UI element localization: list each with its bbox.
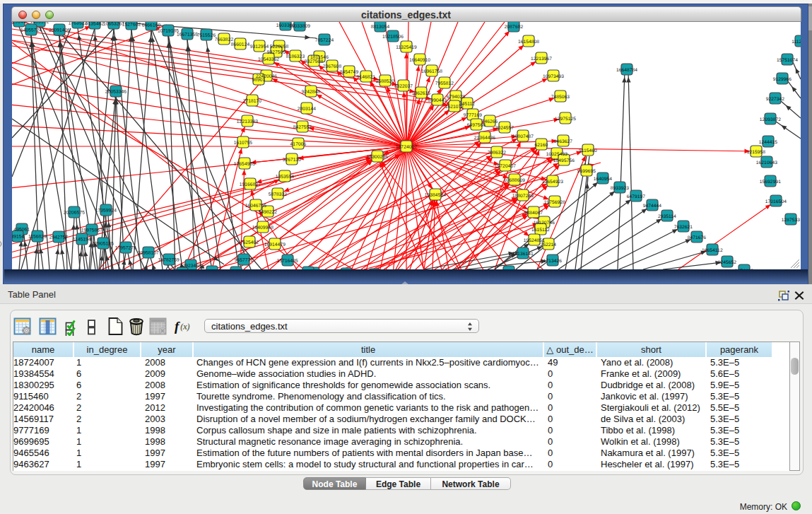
svg-text:8933923: 8933923 — [611, 185, 630, 190]
svg-text:8471676: 8471676 — [688, 235, 707, 240]
svg-text:1287533: 1287533 — [782, 217, 801, 222]
svg-text:16409948: 16409948 — [252, 225, 273, 230]
svg-text:9227342: 9227342 — [766, 96, 785, 101]
svg-text:18300295: 18300295 — [367, 154, 388, 159]
svg-text:20091406: 20091406 — [49, 28, 70, 33]
svg-text:20053346: 20053346 — [105, 89, 126, 94]
svg-text:2087682: 2087682 — [505, 24, 524, 29]
svg-text:6466160: 6466160 — [142, 23, 161, 28]
svg-text:16640910: 16640910 — [409, 57, 430, 62]
svg-text:8427552: 8427552 — [293, 124, 312, 129]
svg-text:16120746: 16120746 — [534, 220, 555, 225]
svg-text:7955812: 7955812 — [435, 81, 454, 86]
svg-text:12213967: 12213967 — [531, 56, 552, 61]
svg-text:19166827: 19166827 — [240, 182, 261, 187]
svg-text:7625402: 7625402 — [240, 240, 259, 245]
svg-text:f: f — [175, 319, 180, 334]
svg-text:19975867: 19975867 — [81, 228, 102, 233]
svg-text:7485063: 7485063 — [551, 94, 570, 99]
svg-text:17016504: 17016504 — [765, 199, 787, 204]
svg-text:12093872: 12093872 — [760, 117, 781, 122]
svg-text:21364436: 21364436 — [474, 135, 495, 140]
svg-text:8322037: 8322037 — [394, 83, 413, 88]
svg-text:7663822: 7663822 — [215, 37, 234, 42]
svg-text:9312954: 9312954 — [250, 44, 269, 49]
svg-text:7857224: 7857224 — [315, 37, 334, 42]
svg-text:16210643: 16210643 — [756, 160, 777, 165]
svg-text:19218506: 19218506 — [382, 34, 404, 39]
svg-text:1405572: 1405572 — [30, 22, 49, 24]
svg-text:15720407: 15720407 — [495, 163, 516, 168]
svg-text:16033809: 16033809 — [289, 23, 310, 28]
svg-text:9657771: 9657771 — [235, 257, 254, 262]
svg-text:11325419: 11325419 — [396, 45, 417, 49]
svg-text:17654985: 17654985 — [234, 161, 255, 166]
svg-text:6479197: 6479197 — [627, 194, 646, 199]
svg-text:2935114: 2935114 — [658, 214, 676, 218]
svg-text:1362615: 1362615 — [412, 90, 431, 95]
svg-text:9474444: 9474444 — [643, 203, 662, 208]
svg-text:98901: 98901 — [252, 77, 266, 82]
svg-text:8296442: 8296442 — [12, 22, 28, 24]
svg-text:5878332: 5878332 — [269, 192, 288, 197]
svg-text:16154808: 16154808 — [518, 39, 539, 44]
svg-text:2367608: 2367608 — [323, 64, 342, 69]
svg-text:1215958: 1215958 — [747, 149, 766, 154]
svg-text:7986322: 7986322 — [488, 150, 507, 155]
svg-text:1145194: 1145194 — [73, 237, 91, 242]
svg-text:2942757: 2942757 — [49, 235, 69, 240]
svg-text:18495756: 18495756 — [553, 158, 575, 163]
svg-text:746266: 746266 — [482, 119, 498, 124]
svg-text:14136141: 14136141 — [512, 251, 534, 256]
svg-text:12213383: 12213383 — [237, 119, 258, 124]
svg-text:7632621: 7632621 — [674, 224, 693, 229]
svg-text:18724007: 18724007 — [396, 144, 417, 149]
svg-text:1353594: 1353594 — [276, 174, 295, 179]
svg-text:(x): (x) — [180, 322, 190, 332]
svg-text:17359924: 17359924 — [95, 208, 117, 213]
svg-text:1244415: 1244415 — [759, 139, 778, 144]
svg-text:10653267: 10653267 — [103, 22, 124, 26]
svg-text:16782759: 16782759 — [158, 257, 180, 262]
svg-text:6794028: 6794028 — [447, 94, 466, 99]
svg-text:10543362: 10543362 — [258, 57, 279, 62]
svg-text:10025433: 10025433 — [546, 151, 567, 156]
svg-text:8660124: 8660124 — [231, 42, 250, 47]
svg-text:9135462: 9135462 — [86, 22, 105, 26]
svg-text:5498222: 5498222 — [259, 209, 278, 214]
svg-text:15716485: 15716485 — [277, 258, 298, 263]
svg-text:5226058: 5226058 — [270, 44, 289, 49]
svg-text:417006: 417006 — [290, 141, 307, 146]
svg-text:39154: 39154 — [12, 233, 24, 238]
svg-text:16648784: 16648784 — [616, 67, 637, 72]
svg-text:12905135: 12905135 — [93, 241, 114, 246]
svg-text:8186323: 8186323 — [286, 54, 305, 59]
svg-text:2803144: 2803144 — [298, 106, 317, 111]
svg-text:17957275: 17957275 — [115, 245, 136, 250]
svg-text:9777169: 9777169 — [464, 112, 483, 117]
svg-text:10654112: 10654112 — [702, 247, 723, 252]
svg-text:1615112: 1615112 — [531, 227, 550, 232]
svg-text:8990443: 8990443 — [428, 98, 447, 103]
svg-text:14055724: 14055724 — [20, 28, 42, 33]
svg-text:9242848: 9242848 — [302, 89, 321, 94]
svg-text:435061: 435061 — [14, 227, 30, 232]
svg-text:7515526: 7515526 — [197, 33, 216, 37]
svg-text:16671355: 16671355 — [177, 32, 198, 37]
svg-text:20206575: 20206575 — [64, 210, 85, 215]
svg-text:18807249: 18807249 — [512, 193, 534, 198]
svg-text:2718170: 2718170 — [243, 98, 262, 103]
svg-text:10973493: 10973493 — [543, 74, 564, 78]
svg-text:15751074: 15751074 — [777, 57, 798, 62]
svg-text:8454749: 8454749 — [340, 69, 359, 74]
svg-text:1713426: 1713426 — [543, 258, 563, 263]
svg-text:10688609: 10688609 — [504, 177, 525, 182]
svg-text:1763522: 1763522 — [69, 22, 88, 25]
svg-text:1156829: 1156829 — [28, 234, 47, 239]
svg-text:9463627: 9463627 — [554, 139, 573, 144]
svg-text:3267130: 3267130 — [283, 157, 302, 162]
svg-text:9699695: 9699695 — [577, 168, 596, 173]
svg-text:16046755: 16046755 — [245, 203, 266, 208]
svg-text:9146821: 9146821 — [357, 74, 376, 79]
svg-text:16914479: 16914479 — [264, 242, 286, 247]
